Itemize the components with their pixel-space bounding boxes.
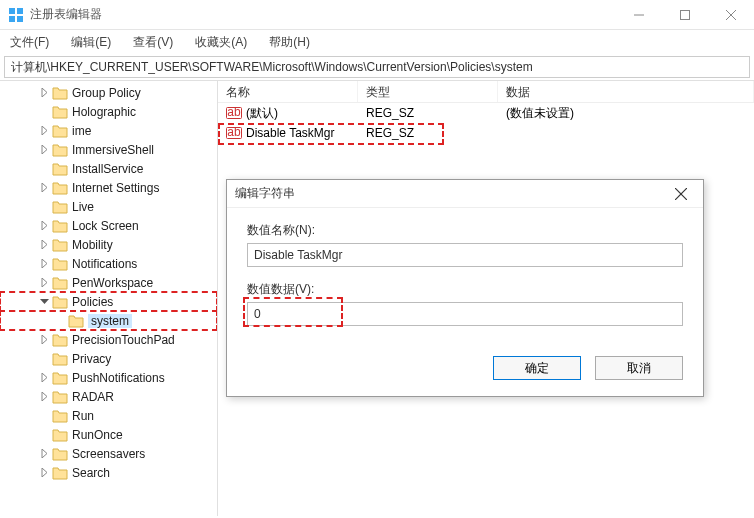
dialog-close-button[interactable]: [667, 180, 695, 208]
cell-name-text: (默认): [246, 105, 278, 122]
folder-icon: [52, 352, 68, 366]
tree-item-label: Run: [72, 409, 94, 423]
expander-icon[interactable]: [38, 278, 50, 287]
list-body: ab(默认)REG_SZ(数值未设置)abDisable TaskMgrREG_…: [218, 103, 754, 143]
tree-item[interactable]: PrecisionTouchPad: [0, 330, 217, 349]
tree-item[interactable]: Live: [0, 197, 217, 216]
folder-icon: [52, 238, 68, 252]
expander-icon[interactable]: [38, 373, 50, 382]
folder-icon: [52, 257, 68, 271]
cell-name: ab(默认): [218, 105, 358, 122]
tree-item[interactable]: Search: [0, 463, 217, 482]
tree-item-label: Lock Screen: [72, 219, 139, 233]
tree-item[interactable]: Group Policy: [0, 83, 217, 102]
tree-item-label: InstallService: [72, 162, 143, 176]
folder-icon: [52, 86, 68, 100]
list-pane: 名称 类型 数据 ab(默认)REG_SZ(数值未设置)abDisable Ta…: [218, 81, 754, 516]
tree-item[interactable]: Holographic: [0, 102, 217, 121]
expander-icon[interactable]: [38, 240, 50, 249]
tree-item[interactable]: Notifications: [0, 254, 217, 273]
tree-item[interactable]: PushNotifications: [0, 368, 217, 387]
tree-item-label: RADAR: [72, 390, 114, 404]
folder-icon: [52, 276, 68, 290]
folder-icon: [52, 447, 68, 461]
list-header: 名称 类型 数据: [218, 81, 754, 103]
expander-icon[interactable]: [38, 392, 50, 401]
folder-icon: [68, 314, 84, 328]
folder-icon: [52, 466, 68, 480]
tree-item-label: Live: [72, 200, 94, 214]
tree-item-label: Screensavers: [72, 447, 145, 461]
expander-icon[interactable]: [38, 88, 50, 97]
dialog-buttons: 确定 取消: [227, 356, 703, 396]
tree-item[interactable]: PenWorkspace: [0, 273, 217, 292]
expander-icon[interactable]: [38, 183, 50, 192]
col-data[interactable]: 数据: [498, 81, 754, 102]
window-controls: [616, 0, 754, 30]
tree-item[interactable]: Policies: [0, 292, 217, 311]
maximize-button[interactable]: [662, 0, 708, 30]
cell-type: REG_SZ: [358, 106, 498, 120]
expander-icon[interactable]: [38, 449, 50, 458]
col-type[interactable]: 类型: [358, 81, 498, 102]
tree-item[interactable]: system: [0, 311, 217, 330]
tree-item[interactable]: RunOnce: [0, 425, 217, 444]
tree-item-label: Policies: [72, 295, 113, 309]
tree-pane[interactable]: Group PolicyHolographicimeImmersiveShell…: [0, 81, 218, 516]
expander-icon[interactable]: [38, 335, 50, 344]
string-value-icon: ab: [226, 105, 242, 121]
svg-rect-5: [681, 10, 690, 19]
cell-data: (数值未设置): [498, 105, 754, 122]
cancel-button[interactable]: 取消: [595, 356, 683, 380]
tree-item-label: PrecisionTouchPad: [72, 333, 175, 347]
value-name-input[interactable]: [247, 243, 683, 267]
tree-item[interactable]: Lock Screen: [0, 216, 217, 235]
tree-item[interactable]: ImmersiveShell: [0, 140, 217, 159]
expander-icon[interactable]: [38, 259, 50, 268]
main-split: Group PolicyHolographicimeImmersiveShell…: [0, 80, 754, 516]
menu-view[interactable]: 查看(V): [129, 32, 177, 53]
svg-rect-1: [17, 8, 23, 14]
dialog-body: 数值名称(N): 数值数据(V):: [227, 208, 703, 356]
tree-item-label: ime: [72, 124, 91, 138]
tree-item[interactable]: Run: [0, 406, 217, 425]
value-data-input[interactable]: [247, 302, 683, 326]
window-title: 注册表编辑器: [30, 6, 616, 23]
tree-item[interactable]: RADAR: [0, 387, 217, 406]
expander-icon[interactable]: [38, 145, 50, 154]
tree-item-label: Notifications: [72, 257, 137, 271]
tree-item-label: Holographic: [72, 105, 136, 119]
expander-icon[interactable]: [38, 221, 50, 230]
menu-favorites[interactable]: 收藏夹(A): [191, 32, 251, 53]
address-bar[interactable]: 计算机\HKEY_CURRENT_USER\SOFTWARE\Microsoft…: [4, 56, 750, 78]
menu-file[interactable]: 文件(F): [6, 32, 53, 53]
tree-item[interactable]: Privacy: [0, 349, 217, 368]
list-row[interactable]: ab(默认)REG_SZ(数值未设置): [218, 103, 754, 123]
menu-edit[interactable]: 编辑(E): [67, 32, 115, 53]
list-row[interactable]: abDisable TaskMgrREG_SZ: [218, 123, 754, 143]
tree-item-label: Privacy: [72, 352, 111, 366]
tree-item[interactable]: InstallService: [0, 159, 217, 178]
tree-item[interactable]: Internet Settings: [0, 178, 217, 197]
expander-icon[interactable]: [38, 126, 50, 135]
ok-button[interactable]: 确定: [493, 356, 581, 380]
minimize-button[interactable]: [616, 0, 662, 30]
value-name-label: 数值名称(N):: [247, 222, 683, 239]
col-name[interactable]: 名称: [218, 81, 358, 102]
svg-rect-0: [9, 8, 15, 14]
folder-icon: [52, 200, 68, 214]
close-button[interactable]: [708, 0, 754, 30]
cell-type: REG_SZ: [358, 126, 498, 140]
cell-name: abDisable TaskMgr: [218, 125, 358, 141]
menu-help[interactable]: 帮助(H): [265, 32, 314, 53]
folder-icon: [52, 143, 68, 157]
tree-item[interactable]: Screensavers: [0, 444, 217, 463]
tree-item[interactable]: Mobility: [0, 235, 217, 254]
tree-item[interactable]: ime: [0, 121, 217, 140]
svg-rect-3: [17, 16, 23, 22]
expander-icon[interactable]: [38, 297, 50, 306]
folder-icon: [52, 219, 68, 233]
expander-icon[interactable]: [38, 468, 50, 477]
folder-icon: [52, 371, 68, 385]
folder-icon: [52, 105, 68, 119]
